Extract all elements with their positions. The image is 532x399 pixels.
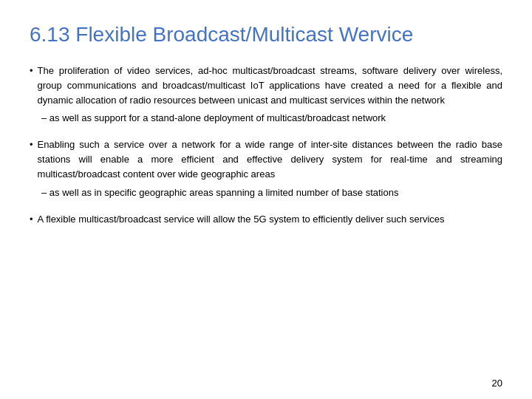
- bullet-main-2: • Enabling such a service over a network…: [30, 137, 502, 182]
- sub-bullet-1: – as well as support for a stand-alone d…: [41, 111, 502, 126]
- bullet-text-2: Enabling such a service over a network f…: [38, 137, 502, 182]
- bullet-text-3: A flexible multicast/broadcast service w…: [38, 212, 445, 227]
- page-number: 20: [492, 378, 502, 389]
- slide: 6.13 Flexible Broadcast/Multicast Wervic…: [0, 0, 532, 399]
- list-item: • The proliferation of video services, a…: [30, 64, 502, 126]
- bullet-dot-2: •: [30, 137, 33, 152]
- bullet-main-3: • A flexible multicast/broadcast service…: [30, 212, 502, 227]
- slide-title: 6.13 Flexible Broadcast/Multicast Wervic…: [30, 22, 502, 47]
- list-item: • Enabling such a service over a network…: [30, 137, 502, 200]
- sub-bullet-2: – as well as in specific geographic area…: [41, 185, 502, 200]
- slide-content: • The proliferation of video services, a…: [30, 64, 502, 384]
- bullet-dot-1: •: [30, 64, 33, 78]
- list-item: • A flexible multicast/broadcast service…: [30, 212, 502, 227]
- bullet-text-1: The proliferation of video services, ad-…: [38, 64, 502, 108]
- bullet-dot-3: •: [30, 212, 33, 227]
- bullet-main-1: • The proliferation of video services, a…: [30, 64, 502, 108]
